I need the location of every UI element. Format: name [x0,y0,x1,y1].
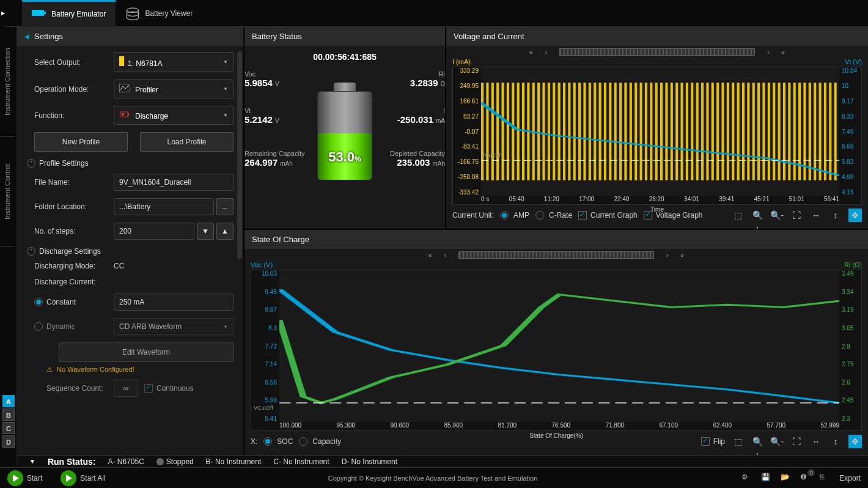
operation-mode-dropdown[interactable]: Profiler ▼ [114,79,234,98]
browse-button[interactable]: ... [216,198,234,215]
constant-radio[interactable] [34,298,43,306]
current-graph-checkbox[interactable] [578,211,587,220]
capacity-radio[interactable] [299,437,307,446]
svg-rect-7 [122,113,124,116]
left-axis-label: Voc (V) [251,261,273,268]
chevron-up-icon: ˄ [27,247,35,256]
file-name-input[interactable]: 9V_MN1604_Duracell [114,174,234,191]
svg-rect-37 [630,83,632,180]
nav-next-icon[interactable]: › [666,252,668,259]
nav-last-icon[interactable]: » [781,49,785,56]
time-axis-label: Time [453,206,861,213]
svg-rect-40 [645,83,647,180]
steps-up-button[interactable]: ▲ [216,223,234,240]
voltage-graph-checkbox[interactable] [644,211,652,220]
settings-header[interactable]: ◀ Settings [17,27,243,46]
save-icon[interactable]: 💾 [761,473,772,484]
copyright: Copyright © Keysight BenchVue Advanced B… [124,475,742,482]
nav-scrubber[interactable] [458,251,654,259]
svg-rect-51 [701,83,704,180]
new-profile-button[interactable]: New Profile [34,132,128,152]
dynamic-label: Dynamic [46,322,114,331]
svg-rect-57 [732,83,734,180]
dynamic-radio[interactable] [34,322,43,331]
svg-rect-32 [604,83,606,180]
rail-instrument-control[interactable]: Instrument Control [0,137,15,247]
svg-rect-29 [589,83,591,180]
steps-input[interactable]: 200 [114,223,194,240]
profile-settings-header[interactable]: ˄ Profile Settings [27,159,234,168]
constant-input[interactable]: 250 mA [114,294,234,311]
output-color-icon [119,56,124,66]
battery-emulator-icon [32,8,46,20]
chevron-up-icon: ˄ [27,159,35,168]
nav-next-icon[interactable]: › [767,49,769,56]
steps-down-button[interactable]: ▼ [197,223,214,240]
chevron-down-icon: ▼ [223,59,228,65]
gear-icon[interactable]: ⚙ [741,473,752,484]
continuous-checkbox[interactable] [144,384,153,393]
select-output-dropdown[interactable]: 1: N6781A ▼ [114,52,234,72]
operation-mode-label: Operation Mode: [34,85,114,94]
vi-chart-plot[interactable]: 333.29249.95166.6183.27-0.07-83.41-166.7… [452,67,862,205]
rail-instrument-connection[interactable]: Instrument Connection [0,27,15,137]
chevron-down-icon[interactable]: ▼ [29,458,35,465]
ri-label: Ri [410,70,445,78]
start-button[interactable] [7,470,23,486]
expand-handle[interactable]: ▶ [0,0,6,27]
svg-rect-13 [507,83,509,180]
vt-label: Vt [245,107,279,114]
svg-rect-76 [829,83,831,180]
nav-first-icon[interactable]: « [529,49,533,56]
function-dropdown[interactable]: Discharge ▼ [114,106,234,125]
crate-radio[interactable] [535,211,544,220]
no-waveform-label: No Waveform Configured! [57,366,134,373]
svg-rect-53 [712,83,714,180]
seq-count-label: Sequence Count: [46,384,114,393]
settings-scrollbar[interactable] [237,51,242,259]
chevron-down-icon: ▼ [223,113,228,118]
discharge-settings-header[interactable]: ˄ Discharge Settings [27,247,234,256]
load-profile-button[interactable]: Load Profile [140,132,234,152]
dynamic-dropdown[interactable]: CD ARB Waveform ▼ [114,318,234,335]
soc-chart-plot[interactable]: 10.039.458.878.37.727.146.565.995.41 VCu… [251,270,862,431]
rail-btn-a[interactable]: A [2,395,15,407]
svg-rect-38 [634,83,637,180]
nav-prev-icon[interactable]: ‹ [545,49,547,56]
tab-label: Battery Viewer [145,9,193,18]
svg-rect-45 [671,83,673,180]
folder-open-icon[interactable]: 📂 [781,473,792,484]
svg-rect-9 [486,83,488,180]
export-icon[interactable]: ⎘ [820,473,831,484]
rail-btn-b[interactable]: B [2,409,15,421]
nav-last-icon[interactable]: » [680,252,684,259]
svg-rect-39 [640,83,642,180]
start-all-button[interactable] [61,470,76,486]
seq-count-input[interactable]: ∞ [114,380,138,397]
steps-label: No. of steps: [34,227,114,235]
nav-prev-icon[interactable]: ‹ [444,252,446,259]
status-d: D- No Instrument [342,457,397,466]
soc-x-label: State Of Charge(%) [251,432,861,439]
tab-battery-viewer[interactable]: Battery Viewer [116,0,202,27]
edit-waveform-button[interactable]: Edit Waveform [59,342,234,362]
notifications-icon[interactable]: ❶0 [800,473,811,484]
svg-rect-72 [809,83,811,180]
soc-radio[interactable] [263,437,272,446]
status-c: C- No Instrument [273,457,329,466]
svg-rect-64 [768,83,770,180]
svg-rect-35 [619,83,622,180]
nav-scrubber[interactable] [559,48,755,56]
tab-battery-emulator[interactable]: Battery Emulator [22,0,116,27]
rail-btn-c[interactable]: C [2,422,15,434]
folder-input[interactable]: ...\Battery [114,198,214,215]
remaining-value: 264.997 [245,157,278,168]
flip-checkbox[interactable] [701,437,710,446]
nav-first-icon[interactable]: « [428,252,432,259]
discharge-current-label: Discharge Current: [34,278,114,286]
select-output-label: Select Output: [34,58,114,67]
rail-btn-d[interactable]: D [2,435,15,448]
svg-rect-1 [44,12,46,14]
amp-radio[interactable] [500,211,509,220]
svg-rect-52 [706,83,708,180]
